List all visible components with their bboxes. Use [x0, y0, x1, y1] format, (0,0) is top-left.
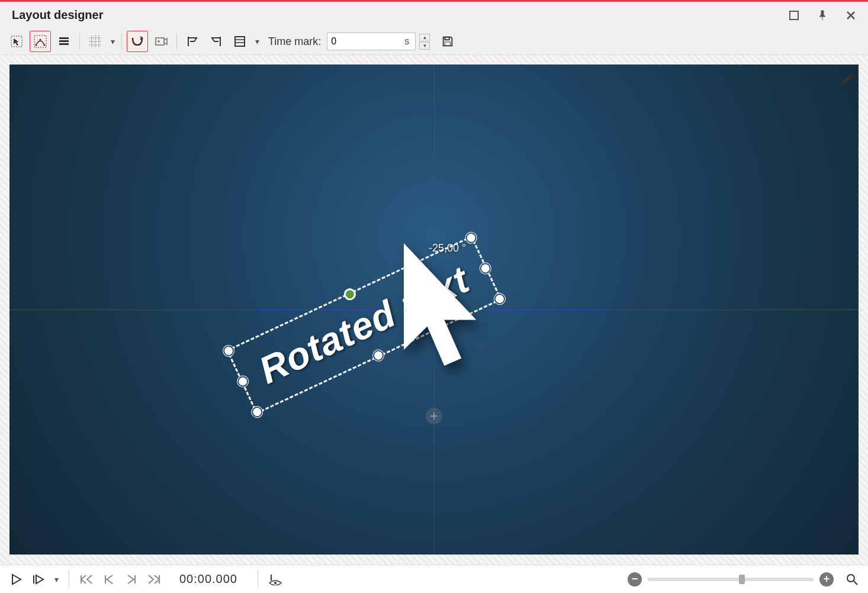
time-mark-label: Time mark: [268, 36, 321, 48]
resize-handle-br[interactable] [493, 292, 507, 306]
close-icon[interactable] [846, 10, 856, 21]
save-icon[interactable] [437, 31, 458, 52]
svg-rect-12 [445, 42, 451, 46]
grid-dropdown-icon[interactable]: ▾ [108, 37, 117, 46]
playback-bar: ▾ 00:00.000 − + [0, 565, 868, 593]
time-mark-input[interactable]: 0 s [327, 33, 416, 50]
svg-rect-6 [59, 37, 69, 39]
svg-point-15 [274, 582, 277, 584]
play-button[interactable] [7, 571, 25, 588]
play-dropdown-icon[interactable]: ▾ [52, 575, 60, 584]
window-controls [789, 10, 856, 21]
zoom-controls: − + [628, 571, 861, 588]
time-spin-down-icon[interactable]: ▼ [419, 42, 430, 50]
resize-handle-mr[interactable] [478, 262, 493, 276]
svg-rect-10 [235, 37, 245, 46]
time-mark-value: 0 [331, 36, 336, 47]
maximize-icon[interactable] [789, 10, 799, 21]
svg-rect-14 [271, 575, 272, 581]
preview-canvas[interactable]: -25,00 ° Rotated text [9, 65, 859, 555]
keyframe-prev-icon[interactable] [182, 31, 203, 52]
path-tool-icon[interactable] [127, 31, 148, 52]
toolbar-separator [121, 33, 122, 50]
play-from-button[interactable] [30, 571, 47, 588]
forward-end-button[interactable] [145, 571, 163, 588]
curve-tool-icon[interactable] [30, 31, 51, 52]
rotate-handle[interactable] [343, 287, 357, 301]
zoom-slider[interactable] [648, 578, 814, 581]
resize-handle-tl[interactable] [221, 344, 236, 358]
svg-rect-8 [59, 43, 69, 45]
playback-separator [69, 571, 69, 588]
eyedropper-icon[interactable] [841, 70, 856, 88]
timecode-display: 00:00.000 [179, 572, 237, 586]
svg-point-4 [40, 39, 41, 41]
layout-designer-window: Layout designer ▾ [0, 0, 868, 593]
pivot-point-icon[interactable] [426, 408, 442, 424]
pin-icon[interactable] [817, 10, 828, 21]
svg-point-5 [44, 44, 46, 46]
zoom-in-button[interactable]: + [819, 572, 834, 586]
toolbar-separator [176, 33, 177, 50]
zoom-fit-icon[interactable] [843, 571, 861, 588]
time-mark-unit: s [404, 36, 409, 47]
svg-rect-0 [790, 11, 798, 20]
resize-handle-tr[interactable] [464, 231, 478, 245]
svg-point-16 [847, 575, 854, 582]
visibility-toggle-icon[interactable] [266, 571, 284, 588]
playback-separator [258, 571, 258, 588]
grid-tool-icon[interactable] [85, 31, 106, 52]
prev-frame-button[interactable] [100, 571, 118, 588]
window-title: Layout designer [12, 8, 103, 22]
next-frame-button[interactable] [123, 571, 140, 588]
selection-bounds: Rotated text [226, 236, 502, 414]
svg-rect-7 [59, 40, 69, 42]
text-content: Rotated text [252, 257, 475, 392]
svg-point-3 [36, 44, 37, 46]
keyframe-next-icon[interactable] [205, 31, 227, 52]
zoom-out-button[interactable]: − [628, 572, 642, 586]
canvas-area: -25,00 ° Rotated text [0, 55, 868, 565]
resize-handle-bm[interactable] [371, 349, 385, 363]
toolbar: ▾ ▾ Time mark: 0 s ▲ ▼ [0, 28, 868, 55]
svg-rect-11 [445, 37, 449, 40]
zoom-slider-thumb[interactable] [739, 575, 745, 584]
titlebar: Layout designer [0, 2, 868, 28]
time-spinner: ▲ ▼ [419, 34, 430, 50]
align-tool-icon[interactable] [229, 31, 250, 52]
layers-tool-icon[interactable] [53, 31, 75, 52]
resize-handle-ml[interactable] [236, 375, 250, 389]
selection-tool-icon[interactable] [6, 31, 27, 52]
selected-text-object[interactable]: Rotated text [226, 236, 502, 414]
resize-handle-bl[interactable] [250, 405, 264, 419]
svg-rect-13 [33, 575, 34, 584]
camera-tool-icon[interactable] [150, 31, 172, 52]
align-dropdown-icon[interactable]: ▾ [253, 37, 261, 46]
time-spin-up-icon[interactable]: ▲ [419, 34, 430, 41]
rewind-start-button[interactable] [78, 571, 95, 588]
toolbar-separator [79, 33, 80, 50]
